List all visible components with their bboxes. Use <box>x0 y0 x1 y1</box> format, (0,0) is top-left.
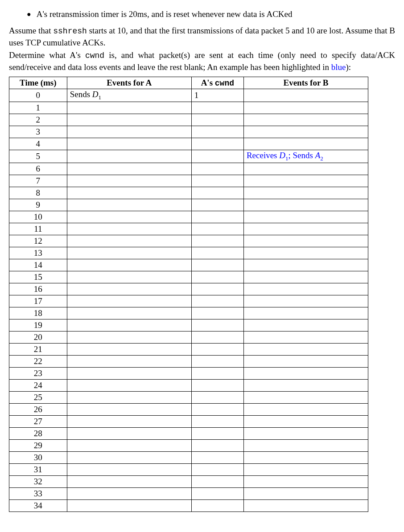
cell-events-a <box>67 283 191 295</box>
header-cwnd: A's cwnd <box>191 77 243 89</box>
cell-time: 14 <box>9 259 67 271</box>
cell-cwnd <box>191 150 243 163</box>
table-row: 27 <box>9 415 368 427</box>
cell-events-a <box>67 319 191 331</box>
cell-time: 8 <box>9 187 67 199</box>
cell-time: 6 <box>9 163 67 175</box>
table-row: 30 <box>9 451 368 463</box>
cell-cwnd <box>191 307 243 319</box>
cell-events-b: Receives D1; Sends A2 <box>243 150 368 163</box>
cell-time: 2 <box>9 114 67 126</box>
cell-cwnd <box>191 403 243 415</box>
cell-events-b <box>243 187 368 199</box>
cell-time: 28 <box>9 427 67 439</box>
cell-events-b <box>243 138 368 150</box>
cell-cwnd <box>191 223 243 235</box>
header-time: Time (ms) <box>9 77 67 89</box>
table-row: 0Sends D11 <box>9 89 368 102</box>
cell-cwnd <box>191 187 243 199</box>
cell-cwnd <box>191 319 243 331</box>
bullet-item: ● A's retransmission timer is 20ms, and … <box>27 9 395 20</box>
cell-events-a <box>67 199 191 211</box>
para1-part-a: Assume that <box>9 26 53 35</box>
cell-cwnd <box>191 295 243 307</box>
table-row: 17 <box>9 295 368 307</box>
cell-events-a <box>67 343 191 355</box>
cell-events-a <box>67 211 191 223</box>
cell-time: 29 <box>9 439 67 451</box>
cell-cwnd <box>191 367 243 379</box>
table-row: 31 <box>9 463 368 475</box>
table-row: 24 <box>9 379 368 391</box>
table-header-row: Time (ms) Events for A A's cwnd Events f… <box>9 77 368 89</box>
bullet-icon: ● <box>27 9 31 20</box>
table-row: 34 <box>9 499 368 512</box>
table-row: 18 <box>9 307 368 319</box>
cell-events-a <box>67 403 191 415</box>
cell-events-a <box>67 126 191 138</box>
cell-events-b <box>243 114 368 126</box>
cell-time: 34 <box>9 499 67 512</box>
cell-events-a <box>67 475 191 487</box>
table-row: 20 <box>9 331 368 343</box>
cell-cwnd <box>191 439 243 451</box>
cell-events-a <box>67 295 191 307</box>
cell-cwnd <box>191 259 243 271</box>
cell-time: 20 <box>9 331 67 343</box>
cell-events-a <box>67 427 191 439</box>
cell-time: 0 <box>9 89 67 102</box>
cell-cwnd <box>191 451 243 463</box>
table-row: 6 <box>9 163 368 175</box>
cell-events-b <box>243 259 368 271</box>
table-row: 5Receives D1; Sends A2 <box>9 150 368 163</box>
table-row: 33 <box>9 487 368 499</box>
cell-time: 3 <box>9 126 67 138</box>
cell-events-b <box>243 319 368 331</box>
paragraph-2: Determine what A's cwnd is, and what pac… <box>9 49 395 73</box>
cell-events-b <box>243 163 368 175</box>
cell-events-a <box>67 499 191 512</box>
cell-events-b <box>243 307 368 319</box>
cell-events-b <box>243 295 368 307</box>
cell-events-a <box>67 114 191 126</box>
cell-time: 10 <box>9 211 67 223</box>
cell-time: 5 <box>9 150 67 163</box>
table-row: 32 <box>9 475 368 487</box>
cell-cwnd <box>191 427 243 439</box>
cell-time: 16 <box>9 283 67 295</box>
cell-events-a <box>67 163 191 175</box>
table-row: 2 <box>9 114 368 126</box>
cell-events-a <box>67 439 191 451</box>
cell-events-a <box>67 379 191 391</box>
cell-events-a <box>67 150 191 163</box>
table-row: 1 <box>9 102 368 114</box>
cell-time: 1 <box>9 102 67 114</box>
cell-cwnd <box>191 102 243 114</box>
cell-cwnd <box>191 114 243 126</box>
cell-time: 24 <box>9 379 67 391</box>
cell-events-b <box>243 271 368 283</box>
cell-events-b <box>243 403 368 415</box>
cell-time: 23 <box>9 367 67 379</box>
header-cwnd-b: cwnd <box>215 79 234 88</box>
cell-time: 9 <box>9 199 67 211</box>
cell-cwnd <box>191 271 243 283</box>
table-row: 19 <box>9 319 368 331</box>
cell-time: 31 <box>9 463 67 475</box>
cell-time: 27 <box>9 415 67 427</box>
cell-events-b <box>243 102 368 114</box>
para1-code: sshresh <box>53 27 87 36</box>
cell-events-a <box>67 247 191 259</box>
table-row: 22 <box>9 355 368 367</box>
table-row: 10 <box>9 211 368 223</box>
cell-events-b <box>243 475 368 487</box>
cell-events-b <box>243 415 368 427</box>
cell-events-b <box>243 331 368 343</box>
cell-events-a <box>67 235 191 247</box>
para2-blue: blue <box>331 62 346 72</box>
cell-time: 15 <box>9 271 67 283</box>
cell-events-b <box>243 175 368 187</box>
cell-cwnd <box>191 331 243 343</box>
header-cwnd-a: A's <box>201 78 215 87</box>
cell-time: 25 <box>9 391 67 403</box>
